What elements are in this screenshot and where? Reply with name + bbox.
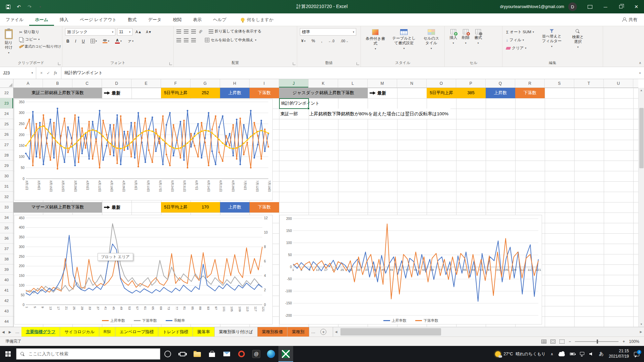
ribbon-tab-ホーム[interactable]: ホーム	[29, 13, 54, 26]
autosum-button[interactable]: Σオート SUM▾	[505, 29, 535, 35]
sheet-overflow-right[interactable]: …	[309, 327, 318, 337]
cell-r22-down-label[interactable]: 下落数	[515, 88, 545, 98]
save-button[interactable]	[5, 5, 11, 9]
restore-button[interactable]	[613, 0, 629, 13]
borders-button[interactable]: ▾	[89, 38, 98, 44]
column-header-C[interactable]: C	[72, 79, 102, 87]
row-header-34[interactable]: 34	[0, 213, 13, 223]
horizontal-scrollbar-thumb[interactable]	[340, 328, 441, 336]
cell-p22-avg-value[interactable]: 385	[456, 88, 486, 98]
column-header-O[interactable]: O	[427, 79, 456, 87]
account-avatar[interactable]: D	[568, 2, 577, 11]
sheet-tab-業種別[interactable]: 業種別	[287, 327, 309, 337]
vertical-scrollbar[interactable]: ▲ ▼	[638, 88, 644, 327]
cell-j23-text[interactable]: 統計的ワンポイント	[280, 99, 321, 108]
ribbon-tab-ページ レイアウト[interactable]: ページ レイアウト	[74, 13, 122, 26]
ribbon-display-options-button[interactable]	[582, 0, 598, 13]
formula-bar-expand-icon[interactable]: ▾	[636, 67, 644, 79]
format-painter-button[interactable]: 書式のコピー/貼り付け	[18, 44, 62, 50]
cell-i22-down-label[interactable]: 下落数	[250, 88, 279, 98]
align-center-icon[interactable]	[184, 38, 189, 42]
cell-h22-up-label[interactable]: 上昇数	[220, 88, 250, 98]
qat-customize-button[interactable]: ▾	[38, 5, 43, 8]
format-cells-button[interactable]: 書式 ▾	[472, 28, 484, 46]
volume-icon[interactable]	[589, 352, 594, 356]
undo-button[interactable]: ↶	[16, 4, 21, 9]
zoom-slider[interactable]	[575, 341, 619, 342]
decrease-decimal-button[interactable]: .00→	[339, 39, 350, 44]
column-header-N[interactable]: N	[397, 79, 427, 87]
file-explorer-button[interactable]	[190, 346, 205, 362]
ribbon-tab-挿入[interactable]: 挿入	[54, 13, 74, 26]
conditional-formatting-button[interactable]: 条件付き書式 ▾	[364, 28, 387, 51]
merge-center-button[interactable]: セルを結合して中央揃え▾	[204, 37, 257, 43]
column-header-S[interactable]: S	[545, 79, 574, 87]
column-header-Q[interactable]: Q	[486, 79, 515, 87]
account-email[interactable]: dryyourtearswithlove1@gmail.com	[500, 4, 564, 9]
horizontal-scrollbar[interactable]: ◀ ▶	[333, 327, 644, 337]
column-header-E[interactable]: E	[131, 79, 161, 87]
store-button[interactable]	[205, 346, 219, 362]
clipboard-dialog-launcher[interactable]	[58, 62, 61, 65]
row-header-40[interactable]: 40	[0, 275, 13, 285]
font-size-combo[interactable]: 11▾	[117, 28, 132, 36]
italic-button[interactable]: I	[74, 38, 77, 44]
cell-k24-text[interactable]: 上昇銘柄数下降銘柄数が80%を超えた場合には翌日の反転率は100%	[309, 109, 450, 119]
tell-me-search[interactable]: 何をしますか	[237, 13, 278, 26]
mail-button[interactable]	[219, 346, 234, 362]
edge-button[interactable]	[264, 346, 278, 362]
column-header-L[interactable]: L	[338, 79, 368, 87]
insert-cells-button[interactable]: 挿入 ▾	[447, 28, 459, 46]
row-header-30[interactable]: 30	[0, 171, 13, 181]
sheet-tab-エンベロープ指標[interactable]: エンベロープ指標	[115, 327, 158, 337]
select-all-corner[interactable]	[0, 79, 13, 88]
row-header-29[interactable]: 29	[0, 161, 13, 171]
find-select-button[interactable]: 検索と選択 ▾	[569, 28, 587, 50]
page-layout-view-icon[interactable]	[550, 340, 555, 344]
wrap-text-button[interactable]: 折り返して全体を表示する	[208, 28, 263, 35]
row-header-41[interactable]: 41	[0, 285, 13, 296]
row-header-43[interactable]: 43	[0, 306, 13, 316]
underline-button[interactable]: U	[80, 38, 86, 44]
ribbon-tab-ファイル[interactable]: ファイル	[0, 13, 29, 26]
format-as-table-button[interactable]: テーブルとして書式設定 ▾	[389, 28, 419, 51]
font-color-button[interactable]: A▾	[114, 38, 123, 44]
red-circle-app-button[interactable]	[234, 346, 249, 362]
row-header-42[interactable]: 42	[0, 296, 13, 306]
enter-button[interactable]: ✓	[47, 71, 50, 75]
chart-jasdaq-net-advancers[interactable]: -200-150-100-500501001502001591317212529…	[279, 215, 542, 324]
column-header-R[interactable]: R	[515, 79, 545, 87]
cell-g33-avg-value[interactable]: 170	[191, 202, 220, 213]
row-header-35[interactable]: 35	[0, 223, 13, 233]
page-break-view-icon[interactable]	[559, 340, 565, 344]
cell-f22-avg-label[interactable]: 5日平均上昇	[161, 88, 191, 98]
vertical-scrollbar-thumb[interactable]	[639, 108, 644, 168]
weather-widget[interactable]: 27°C 晴れのちくもり	[495, 351, 545, 357]
sheet-tab-騰落率[interactable]: 騰落率	[193, 327, 215, 337]
worksheet-cells[interactable]: 東証二部銘柄上昇数下落数 最新 5日平均上昇 252 上昇数 下落数 ジャスダッ…	[13, 88, 638, 327]
row-header-36[interactable]: 36	[0, 233, 13, 244]
copy-button[interactable]: コピー▾	[18, 36, 62, 43]
ribbon-tab-ヘルプ[interactable]: ヘルプ	[207, 13, 232, 26]
cell-a33-banner-title[interactable]: マザーズ銘柄上昇数下落数	[13, 202, 102, 213]
align-bottom-icon[interactable]	[191, 29, 196, 34]
column-header-F[interactable]: F	[161, 79, 191, 87]
column-header-T[interactable]: T	[574, 79, 604, 87]
hscroll-right-icon[interactable]: ▶	[638, 330, 644, 334]
row-header-33[interactable]: 33	[0, 202, 13, 213]
chart-mothers-advancers-decliners[interactable]: 0501001502002503003504004500246810121591…	[14, 215, 273, 324]
row-header-31[interactable]: 31	[0, 181, 13, 192]
comma-style-button[interactable]: ,	[320, 38, 323, 44]
excel-taskbar-button[interactable]	[278, 346, 293, 362]
column-header-J[interactable]: J	[279, 79, 309, 87]
cell-f33-avg-label[interactable]: 5日平均上昇	[161, 202, 191, 213]
ribbon-tab-表示[interactable]: 表示	[187, 13, 207, 26]
sheet-overflow-left[interactable]: …	[13, 327, 21, 337]
cell-styles-button[interactable]: セルのスタイル ▾	[421, 28, 442, 51]
cell-m22-latest[interactable]: 最新	[368, 88, 418, 98]
row-header-22[interactable]: 22	[0, 88, 13, 98]
scroll-down-icon[interactable]: ▼	[640, 323, 643, 326]
row-header-25[interactable]: 25	[0, 119, 13, 129]
font-dialog-launcher[interactable]	[169, 62, 172, 65]
column-header-G[interactable]: G	[191, 79, 220, 87]
